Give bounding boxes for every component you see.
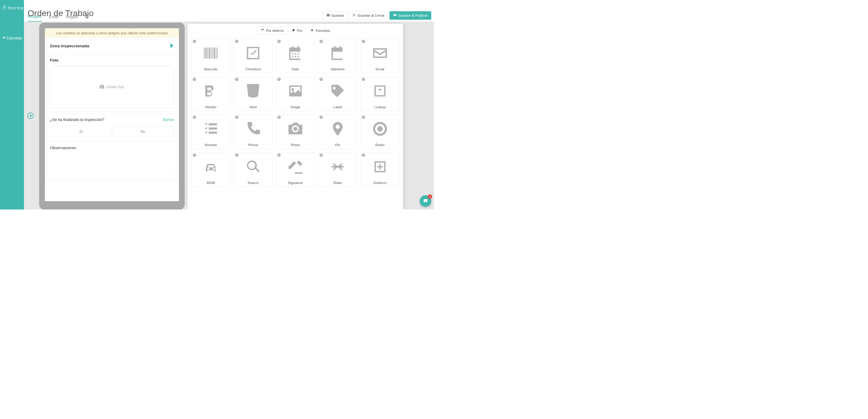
star-icon <box>311 29 314 33</box>
radio-clear-button[interactable]: Borrar <box>163 117 174 122</box>
widget-panel: Por defecto Pro Favoritos iBarcodeiCheck… <box>188 24 403 210</box>
widget-card-radio[interactable]: iRadio <box>361 115 399 149</box>
info-icon[interactable]: i <box>277 77 281 81</box>
info-icon[interactable]: i <box>193 153 196 157</box>
widget-card-lookup[interactable]: iLookup <box>361 77 399 111</box>
pin-icon <box>318 115 357 143</box>
widget-label: Subform <box>373 181 386 185</box>
chat-bubble-button[interactable]: 3 <box>420 195 431 207</box>
image-icon <box>276 77 314 105</box>
add-photo-box[interactable]: Añadir foto <box>50 66 174 108</box>
info-icon[interactable]: i <box>193 77 196 81</box>
widget-card-search[interactable]: iSearch <box>234 153 272 187</box>
widget-card-slider[interactable]: iSlider <box>318 153 357 187</box>
chat-badge: 3 <box>428 194 432 199</box>
widget-card-header[interactable]: iHeader <box>191 77 230 111</box>
widget-label: Phone <box>248 143 258 147</box>
number-icon <box>192 115 230 143</box>
photo-icon <box>276 115 314 143</box>
arrow-left-icon <box>2 36 5 41</box>
back-circle-button[interactable] <box>27 112 34 119</box>
widget-card-datetime[interactable]: iDatetime <box>318 39 357 73</box>
pill-default-label: Por defecto <box>266 29 284 33</box>
widget-card-html[interactable]: iHtml <box>234 77 272 111</box>
rdw-icon <box>192 153 230 181</box>
widget-label: Search <box>247 181 258 185</box>
datetime-icon <box>318 39 357 67</box>
checkbox-icon <box>234 39 272 67</box>
widget-label: Datetime <box>331 67 344 71</box>
widget-card-email[interactable]: iEmail <box>361 39 399 73</box>
info-icon[interactable]: i <box>277 116 281 119</box>
widget-card-barcode[interactable]: iBarcode <box>191 39 230 73</box>
workspace: Los cambios se aplicarán a otros widgets… <box>24 22 434 210</box>
pill-default[interactable]: Por defecto <box>256 27 288 35</box>
notice-bar: Los cambios se aplicarán a otros widgets… <box>45 29 179 38</box>
cancel-button[interactable]: Cancelar <box>0 36 24 41</box>
widget-card-photo[interactable]: iPhoto <box>276 115 315 149</box>
info-icon[interactable]: i <box>235 40 238 43</box>
info-icon[interactable]: i <box>235 116 238 119</box>
widget-label: Signature <box>288 181 303 185</box>
info-icon[interactable]: i <box>193 116 196 119</box>
barcode-icon <box>192 39 230 67</box>
widget-card-label[interactable]: iLabel <box>318 77 357 111</box>
pill-pro[interactable]: Pro <box>288 27 306 35</box>
search-icon <box>234 153 272 181</box>
html-icon <box>234 77 272 105</box>
sidebar: moreapp Cancelar <box>0 0 24 210</box>
widget-card-number[interactable]: iNumber <box>191 115 230 149</box>
widget-label: Checkbox <box>245 67 261 71</box>
subform-icon <box>361 153 399 181</box>
section-photo[interactable]: Foto Añadir foto <box>47 54 177 112</box>
cloud-upload-icon <box>393 13 397 18</box>
exit-icon <box>353 13 356 18</box>
brand-leaf-icon <box>2 5 6 11</box>
leaf-icon <box>292 29 295 33</box>
widget-card-checkbox[interactable]: iCheckbox <box>234 39 272 73</box>
widget-label: Image <box>290 105 300 109</box>
pill-pro-label: Pro <box>297 29 302 33</box>
widget-card-rdw[interactable]: iRDW <box>191 153 230 187</box>
widget-card-image[interactable]: iImage <box>276 77 315 111</box>
info-icon[interactable]: i <box>193 40 196 43</box>
header: Orden de Trabajo Widgets Email Reglas Gu… <box>24 0 434 22</box>
save-icon <box>327 13 330 18</box>
widget-label: Slider <box>333 181 342 185</box>
brand-logo: moreapp <box>0 0 24 11</box>
info-icon[interactable]: i <box>277 40 281 43</box>
label-icon <box>318 77 357 105</box>
save-button[interactable]: Guardar <box>323 11 347 20</box>
widget-card-subform[interactable]: iSubform <box>361 153 399 187</box>
widget-card-pin[interactable]: iPin <box>318 115 357 149</box>
radio-question: ¿Se ha finalizado la inspección? <box>50 117 104 122</box>
widget-label: Radio <box>375 143 384 147</box>
section-radio[interactable]: ¿Se ha finalizado la inspección? Borrar … <box>47 114 177 140</box>
save-publish-button[interactable]: Guardar & Publicar <box>390 11 431 20</box>
radio-icon <box>361 115 399 143</box>
radio-option-no[interactable]: No <box>112 126 174 136</box>
info-icon[interactable]: i <box>235 153 238 157</box>
save-close-button[interactable]: Guardar & Cerrar <box>349 11 388 20</box>
dashboard-icon <box>261 29 264 33</box>
lookup-icon <box>361 77 399 105</box>
widget-card-phone[interactable]: iPhone <box>234 115 272 149</box>
cancel-label: Cancelar <box>6 36 22 41</box>
pill-favorites[interactable]: Favoritos <box>307 27 334 35</box>
date-icon <box>276 39 314 67</box>
widget-card-date[interactable]: iDate <box>276 39 315 73</box>
email-icon <box>361 39 399 67</box>
header-icon <box>192 77 230 105</box>
info-icon[interactable]: i <box>235 77 238 81</box>
widget-label: Html <box>250 105 257 109</box>
widget-card-signature[interactable]: iSignature <box>276 153 315 187</box>
observations-textarea[interactable] <box>50 151 174 175</box>
photo-label: Foto <box>50 58 174 62</box>
section-zone[interactable]: Zona Inspeccionada <box>47 40 177 52</box>
widget-label: Email <box>375 67 384 71</box>
info-icon[interactable]: i <box>277 153 281 157</box>
widget-label: Date <box>292 67 299 71</box>
radio-option-yes[interactable]: Si <box>50 126 112 136</box>
zone-title: Zona Inspeccionada <box>50 44 90 49</box>
section-observations[interactable]: Observaciones <box>47 142 177 180</box>
